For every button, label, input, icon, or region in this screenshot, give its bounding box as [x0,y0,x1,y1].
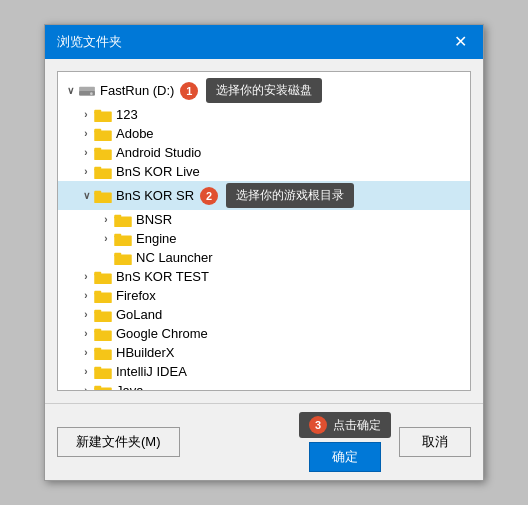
tree-item-label: NC Launcher [136,250,213,265]
svg-rect-20 [94,271,101,275]
close-button[interactable]: ✕ [450,34,471,50]
folder-icon [94,365,112,379]
expand-arrow[interactable]: › [78,385,94,391]
expand-arrow[interactable]: › [78,166,94,177]
tree-item[interactable]: › Java [58,381,470,391]
confirm-tooltip: 3 点击确定 [299,412,391,438]
confirm-badge: 3 [309,416,327,434]
expand-arrow[interactable]: › [78,347,94,358]
expand-arrow[interactable]: › [78,271,94,282]
folder-icon [94,346,112,360]
tree-item[interactable]: › Engine [58,229,470,248]
tree-item[interactable]: › IntelliJ IDEA [58,362,470,381]
folder-icon [94,270,112,284]
expand-arrow[interactable]: › [78,128,94,139]
tree-item[interactable]: ∨ BnS KOR SR2选择你的游戏根目录 [58,181,470,210]
dialog-title: 浏览文件夹 [57,33,122,51]
tree-item[interactable]: › BNSR [58,210,470,229]
tree-item-label: BnS KOR TEST [116,269,209,284]
tree-item-label: Java [116,383,143,391]
title-bar: 浏览文件夹 ✕ [45,25,483,59]
new-folder-button[interactable]: 新建文件夹(M) [57,427,180,457]
tree-item-label: 123 [116,107,138,122]
cancel-button[interactable]: 取消 [399,427,471,457]
tree-item[interactable]: › Adobe [58,124,470,143]
folder-icon [114,213,132,227]
confirm-tooltip-group: 3 点击确定 确定 [299,412,391,472]
expand-arrow[interactable]: › [78,366,94,377]
svg-rect-16 [114,233,121,237]
folder-icon [94,384,112,392]
folder-icon [94,127,112,141]
expand-arrow[interactable]: › [78,309,94,320]
root-tooltip: 选择你的游戏根目录 [226,183,354,208]
expand-arrow[interactable]: ∨ [78,190,94,201]
disk-badge: 1 [180,82,198,100]
tree-item[interactable]: › 123 [58,105,470,124]
folder-tree[interactable]: ∨ FastRun (D:)1选择你的安装磁盘› 123› Adobe› And… [57,71,471,391]
svg-rect-4 [94,109,101,113]
tree-item[interactable]: › BnS KOR Live [58,162,470,181]
folder-icon [114,251,132,265]
root-badge: 2 [200,187,218,205]
tree-item-label: BNSR [136,212,172,227]
svg-rect-30 [94,366,101,370]
folder-icon [94,146,112,160]
tree-item[interactable]: › GoLand [58,305,470,324]
tree-item-label: BnS KOR SR [116,188,194,203]
tree-item-label: Android Studio [116,145,201,160]
expand-arrow[interactable]: › [78,328,94,339]
tree-item-label: HBuilderX [116,345,175,360]
svg-rect-24 [94,309,101,313]
tree-item[interactable]: › Firefox [58,286,470,305]
tree-item-label: Google Chrome [116,326,208,341]
svg-rect-14 [114,214,121,218]
svg-rect-6 [94,128,101,132]
svg-rect-32 [94,385,101,389]
svg-rect-8 [94,147,101,151]
dialog-body: ∨ FastRun (D:)1选择你的安装磁盘› 123› Adobe› And… [45,59,483,403]
svg-rect-12 [94,190,101,194]
tree-item-label: BnS KOR Live [116,164,200,179]
expand-arrow[interactable]: › [98,214,114,225]
confirm-tooltip-text: 点击确定 [333,417,381,434]
tree-item[interactable]: › HBuilderX [58,343,470,362]
tree-item-label: Firefox [116,288,156,303]
tree-item[interactable]: NC Launcher [58,248,470,267]
svg-rect-26 [94,328,101,332]
tree-item-label: Adobe [116,126,154,141]
tree-item-label: GoLand [116,307,162,322]
svg-point-2 [90,92,93,95]
svg-rect-28 [94,347,101,351]
folder-icon [94,308,112,322]
expand-arrow[interactable]: › [78,109,94,120]
expand-arrow[interactable]: › [78,147,94,158]
folder-icon [94,289,112,303]
tree-item-label: FastRun (D:) [100,83,174,98]
tree-item[interactable]: › Google Chrome [58,324,470,343]
tree-item-label: Engine [136,231,176,246]
folder-icon [94,189,112,203]
folder-icon [94,327,112,341]
svg-rect-18 [114,252,121,256]
dialog-footer: 新建文件夹(M) 3 点击确定 确定 取消 [45,403,483,480]
expand-arrow[interactable]: ∨ [62,85,78,96]
svg-rect-22 [94,290,101,294]
expand-arrow[interactable]: › [78,290,94,301]
footer-right: 3 点击确定 确定 取消 [299,412,471,472]
tree-item[interactable]: › Android Studio [58,143,470,162]
browse-folder-dialog: 浏览文件夹 ✕ ∨ FastRun (D:)1选择你的安装磁盘› 123› Ad… [44,24,484,481]
folder-icon [94,165,112,179]
expand-arrow[interactable]: › [98,233,114,244]
disk-tooltip: 选择你的安装磁盘 [206,78,322,103]
confirm-button[interactable]: 确定 [309,442,381,472]
tree-item-label: IntelliJ IDEA [116,364,187,379]
svg-rect-10 [94,166,101,170]
tree-item[interactable]: ∨ FastRun (D:)1选择你的安装磁盘 [58,76,470,105]
folder-icon [94,108,112,122]
folder-icon [114,232,132,246]
drive-icon [78,84,96,98]
tree-item[interactable]: › BnS KOR TEST [58,267,470,286]
